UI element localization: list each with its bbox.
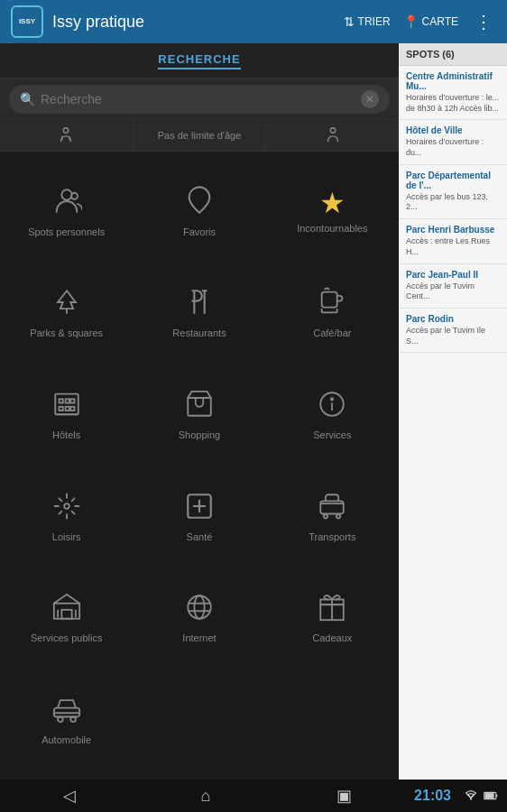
sante-icon <box>184 491 215 526</box>
parks-label: Parks & squares <box>30 328 103 338</box>
svg-rect-15 <box>59 399 62 402</box>
grid-item-hotels[interactable]: Hôtels <box>0 364 133 466</box>
parks-icon <box>51 287 82 322</box>
restaurants-label: Restaurants <box>172 328 226 338</box>
search-clear-button[interactable]: ✕ <box>361 90 379 108</box>
grid-item-parks[interactable]: Parks & squares <box>0 263 133 364</box>
grid-item-sante[interactable]: Santé <box>133 466 265 567</box>
nav-buttons: ◁ ⌂ ▣ <box>0 786 414 806</box>
automobile-icon <box>51 694 82 729</box>
svg-point-39 <box>194 596 204 620</box>
grid-item-automobile[interactable]: Automobile <box>0 669 133 770</box>
incontournables-label: Incontournables <box>297 223 367 234</box>
grid-item-shopping[interactable]: Shopping <box>133 364 265 466</box>
search-icon: 🔍 <box>20 92 35 106</box>
svg-point-0 <box>64 127 69 133</box>
time-display: 21:03 <box>414 788 458 804</box>
services-label: Services <box>313 429 351 440</box>
sort-label: TRIER <box>358 15 391 28</box>
spot-item[interactable]: Hôtel de VilleHoraires d'ouverture : du.… <box>399 120 507 164</box>
grid-item-internet[interactable]: Internet <box>133 567 265 669</box>
spot-name: Hôtel de Ville <box>406 125 500 135</box>
grid-item-transports[interactable]: Transports <box>266 466 399 567</box>
spot-name: Parc Jean-Paul II <box>406 270 500 280</box>
svg-point-30 <box>324 514 327 518</box>
cadeaux-label: Cadeaux <box>312 632 352 643</box>
back-button[interactable]: ◁ <box>63 786 76 806</box>
left-panel: RECHERCHE 🔍 ✕ <box>0 43 399 780</box>
svg-rect-10 <box>322 292 337 308</box>
search-bar: 🔍 ✕ <box>0 79 399 119</box>
svg-point-46 <box>58 717 63 723</box>
cafebar-label: Café/bar <box>313 328 351 338</box>
restaurants-icon <box>184 287 215 322</box>
hotels-icon <box>51 389 82 424</box>
spot-item[interactable]: Parc Jean-Paul IIAccès par le Tuvim Cent… <box>399 264 507 309</box>
incontournables-icon: ★ <box>319 189 346 217</box>
spot-name: Parc Départemental de l'... <box>406 171 500 190</box>
search-input[interactable] <box>41 92 361 106</box>
age-filter-all[interactable]: Pas de limite d'âge <box>134 119 267 151</box>
recents-button[interactable]: ▣ <box>336 786 352 806</box>
spot-item[interactable]: Parc RodinAccès par le Tuvim Ile S... <box>399 309 507 353</box>
map-icon: 📍 <box>403 14 419 29</box>
spot-item[interactable]: Parc Départemental de l'...Accès par les… <box>399 165 507 219</box>
internet-icon <box>184 592 215 627</box>
services-publics-icon <box>51 592 82 627</box>
svg-point-25 <box>64 503 69 509</box>
grid-item-restaurants[interactable]: Restaurants <box>133 263 265 364</box>
grid-item-services[interactable]: Services <box>266 364 399 466</box>
svg-rect-20 <box>70 407 74 411</box>
child-icon <box>56 125 76 145</box>
overflow-menu-button[interactable]: ⋮ <box>471 7 496 36</box>
search-input-wrapper: 🔍 ✕ <box>9 85 390 114</box>
cafebar-icon <box>317 287 347 322</box>
grid-item-services-publics[interactable]: Services publics <box>0 567 133 669</box>
spot-item[interactable]: Parc Henri BarbusseAccès : entre Les Rue… <box>399 219 507 263</box>
right-panel: SPOTS (6) Centre Administratif Mu...Hora… <box>399 43 507 780</box>
svg-line-1 <box>62 135 63 140</box>
sort-icon: ⇅ <box>344 14 355 29</box>
spots-personnels-label: Spots personnels <box>28 226 105 237</box>
adult-icon <box>323 125 343 145</box>
loisirs-label: Loisirs <box>52 531 81 542</box>
transports-label: Transports <box>309 531 355 542</box>
tab-recherche[interactable]: RECHERCHE <box>158 52 240 69</box>
grid-item-spots-personnels[interactable]: Spots personnels <box>0 161 133 263</box>
map-label: CARTE <box>422 15 458 28</box>
age-filter-bar: Pas de limite d'âge <box>0 119 399 152</box>
svg-rect-52 <box>496 794 497 797</box>
grid-item-cadeaux[interactable]: Cadeaux <box>266 567 399 669</box>
sort-button[interactable]: ⇅ TRIER <box>344 14 391 29</box>
spot-desc: Horaires d'ouverture : le... de 8h30 à 1… <box>406 93 500 114</box>
app-title: Issy pratique <box>52 13 344 32</box>
spot-item[interactable]: Centre Administratif Mu...Horaires d'ouv… <box>399 66 507 120</box>
grid-menu: Spots personnels Favoris ★ Incontournabl… <box>0 152 399 780</box>
hotels-label: Hôtels <box>52 429 80 440</box>
spot-desc: Accès par le Tuvim Ile S... <box>406 326 500 346</box>
age-filter-child[interactable] <box>0 119 134 151</box>
spot-name: Centre Administratif Mu... <box>406 71 500 91</box>
tab-bar: RECHERCHE <box>0 43 399 79</box>
spots-header: SPOTS (6) <box>399 43 507 66</box>
transports-icon <box>317 491 347 526</box>
spot-desc: Horaires d'ouverture : du... <box>406 137 500 158</box>
svg-point-4 <box>61 189 71 199</box>
sante-label: Santé <box>187 531 213 542</box>
services-publics-label: Services publics <box>31 632 102 643</box>
loisirs-icon <box>51 491 82 526</box>
app-logo: ISSY <box>11 5 43 38</box>
wifi-icon <box>464 789 478 803</box>
grid-item-loisirs[interactable]: Loisirs <box>0 466 133 567</box>
grid-item-cafebar[interactable]: Café/bar <box>266 263 399 364</box>
spot-desc: Accès par le Tuvim Cent... <box>406 281 500 302</box>
spots-list: Centre Administratif Mu...Horaires d'ouv… <box>399 66 507 780</box>
map-button[interactable]: 📍 CARTE <box>403 14 458 29</box>
svg-rect-51 <box>484 793 493 798</box>
grid-item-favoris[interactable]: Favoris <box>133 161 265 263</box>
age-filter-adult[interactable] <box>266 119 399 151</box>
grid-item-incontournables[interactable]: ★ Incontournables <box>266 161 399 263</box>
spots-personnels-icon <box>51 186 82 221</box>
svg-rect-35 <box>61 610 71 619</box>
home-button[interactable]: ⌂ <box>201 787 211 806</box>
